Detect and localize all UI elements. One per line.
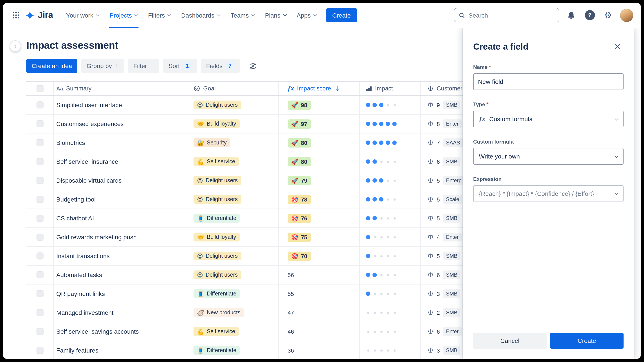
impact-rating[interactable] — [366, 178, 397, 183]
create-field-button[interactable]: Create — [550, 333, 624, 349]
table-row[interactable]: Managed investment 🦪 New products — [26, 303, 526, 322]
impact-cell[interactable] — [360, 96, 421, 114]
create-button[interactable]: Create — [326, 8, 357, 22]
customer-value[interactable]: 7 SAAS — [428, 138, 463, 147]
impact-score-cell[interactable]: 47 — [279, 303, 360, 322]
table-row[interactable]: Self service: insurance 💪 Self service — [26, 152, 526, 171]
impact-score-badge[interactable]: 🚀 80 — [288, 157, 311, 166]
impact-score-cell[interactable]: 🚀 80 — [279, 134, 360, 152]
column-header-impact[interactable]: Impact — [360, 82, 421, 95]
select-all-checkbox[interactable] — [36, 85, 43, 92]
impact-score-cell[interactable]: 🚀 98 — [279, 96, 360, 114]
impact-cell[interactable] — [360, 285, 421, 303]
goal-cell[interactable]: 😍 Delight users — [187, 190, 279, 208]
impact-cell[interactable] — [360, 190, 421, 208]
cancel-button[interactable]: Cancel — [473, 333, 546, 349]
goal-chip[interactable]: 😍 Delight users — [194, 270, 241, 279]
nav-item-1[interactable]: Projects — [104, 3, 143, 28]
table-row[interactable]: Gold rewards marketing push 🤝 Build loya… — [26, 228, 526, 247]
table-row[interactable]: Instant transactions 😍 Delight users — [26, 247, 526, 266]
customer-value[interactable]: 6 Enter — [428, 327, 462, 336]
impact-score-badge[interactable]: 55 — [288, 290, 294, 297]
summary-cell[interactable]: Family features — [54, 341, 187, 359]
nav-item-5[interactable]: Plans — [260, 3, 291, 28]
row-checkbox[interactable] — [36, 290, 43, 297]
goal-chip[interactable]: 🤝 Build loyalty — [194, 233, 240, 241]
row-checkbox[interactable] — [36, 215, 43, 222]
summary-cell[interactable]: Simplified user interface — [54, 96, 187, 114]
table-row[interactable]: Biometrics 🔐 Security — [26, 134, 526, 152]
impact-cell[interactable] — [360, 134, 421, 152]
sidebar-expand-button[interactable]: › — [10, 40, 21, 52]
impact-score-badge[interactable]: 47 — [288, 309, 294, 316]
nav-item-6[interactable]: Apps — [291, 3, 322, 28]
summary-cell[interactable]: Automated tasks — [54, 266, 187, 284]
customer-value[interactable]: 5 Scale — [428, 195, 462, 204]
customer-value[interactable]: 5 Enterp — [428, 176, 464, 185]
goal-cell[interactable]: 😍 Delight users — [187, 171, 279, 190]
field-name-input[interactable] — [473, 73, 624, 90]
sort-button[interactable]: Sort 1 — [163, 59, 197, 73]
impact-rating[interactable] — [366, 235, 397, 239]
summary-cell[interactable]: Budgeting tool — [54, 190, 187, 208]
goal-cell[interactable]: 💪 Self service — [187, 152, 279, 171]
impact-score-badge[interactable]: 🚀 80 — [288, 138, 311, 147]
summary-cell[interactable]: Managed investment — [54, 303, 187, 322]
filter-button[interactable]: Filter + — [128, 59, 159, 73]
custom-formula-select[interactable]: Write your own — [473, 148, 624, 165]
expression-select[interactable]: {Reach} * {Impact} * {Confidence} / {Eff… — [473, 185, 624, 202]
impact-cell[interactable] — [360, 152, 421, 171]
impact-score-badge[interactable]: 🎯 78 — [288, 195, 311, 204]
customer-value[interactable]: 9 SMB — [428, 101, 461, 109]
create-idea-button[interactable]: Create an idea — [26, 59, 78, 73]
goal-cell[interactable]: 🤝 Build loyalty — [187, 228, 279, 246]
help-button[interactable]: ? — [583, 8, 596, 22]
column-header-goal[interactable]: Goal — [187, 82, 279, 95]
summary-cell[interactable]: Customised experiences — [54, 115, 187, 133]
impact-score-badge[interactable]: 🚀 79 — [288, 176, 311, 185]
row-checkbox[interactable] — [36, 196, 43, 203]
impact-score-cell[interactable]: 🎯 70 — [279, 247, 360, 265]
row-checkbox[interactable] — [36, 139, 43, 146]
impact-cell[interactable] — [360, 115, 421, 133]
impact-score-cell[interactable]: 55 — [279, 285, 360, 303]
row-checkbox[interactable] — [36, 158, 43, 165]
group-by-button[interactable]: Group by + — [81, 59, 124, 73]
impact-cell[interactable] — [360, 266, 421, 284]
fields-button[interactable]: Fields 7 — [201, 59, 240, 73]
impact-score-cell[interactable]: 46 — [279, 322, 360, 341]
settings-button[interactable]: ⚙ — [602, 8, 615, 22]
impact-rating[interactable] — [366, 348, 397, 353]
goal-cell[interactable]: 🤝 Build loyalty — [187, 115, 279, 133]
impact-cell[interactable] — [360, 209, 421, 227]
nav-item-4[interactable]: Teams — [225, 3, 260, 28]
nav-item-0[interactable]: Your work — [61, 3, 104, 28]
goal-chip[interactable]: 🧵 Differentiate — [194, 346, 240, 355]
customer-value[interactable]: 3 SMB — [428, 289, 461, 298]
goal-cell[interactable]: 💪 Self service — [187, 322, 279, 341]
field-type-select[interactable]: ƒx Custom formula — [473, 111, 624, 127]
summary-cell[interactable]: Biometrics — [54, 134, 187, 152]
row-checkbox[interactable] — [36, 120, 43, 127]
impact-score-badge[interactable]: 🎯 76 — [288, 214, 311, 223]
goal-cell[interactable]: 😍 Delight users — [187, 247, 279, 265]
customer-value[interactable]: 6 SMB — [428, 157, 461, 166]
table-row[interactable]: Disposable virtual cards 😍 Delight users — [26, 171, 526, 190]
table-row[interactable]: Customised experiences 🤝 Build loyalty — [26, 115, 526, 134]
row-checkbox[interactable] — [36, 252, 43, 259]
customer-value[interactable]: 8 Enter — [428, 119, 462, 128]
impact-score-badge[interactable]: 🎯 70 — [288, 251, 311, 261]
goal-cell[interactable]: 🧵 Differentiate — [187, 209, 279, 227]
impact-rating[interactable] — [366, 122, 397, 126]
impact-score-cell[interactable]: 🚀 79 — [279, 171, 360, 190]
row-checkbox[interactable] — [36, 328, 43, 335]
goal-cell[interactable]: 😍 Delight users — [187, 96, 279, 114]
goal-cell[interactable]: 🧵 Differentiate — [187, 341, 279, 359]
impact-cell[interactable] — [360, 303, 421, 322]
impact-rating[interactable] — [366, 254, 397, 258]
az-sort-button[interactable]: A — [246, 59, 260, 73]
customer-value[interactable]: 2 SMB — [428, 308, 461, 317]
notifications-button[interactable] — [565, 8, 578, 22]
impact-score-badge[interactable]: 🎯 75 — [288, 232, 311, 242]
table-row[interactable]: Budgeting tool 😍 Delight users — [26, 190, 526, 209]
